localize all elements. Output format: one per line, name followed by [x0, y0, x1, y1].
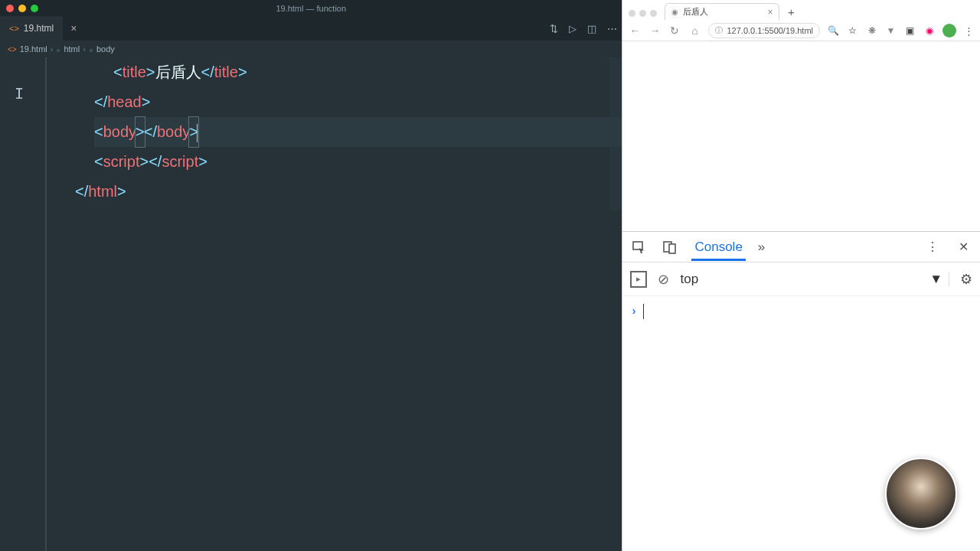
toggle-sidebar-icon[interactable]: ▸ — [630, 271, 647, 288]
page-viewport — [622, 41, 980, 231]
window-title: 19.html — function — [276, 4, 346, 13]
close-tab-icon[interactable]: × — [767, 7, 773, 18]
code-line[interactable]: </html> — [75, 177, 622, 207]
html-file-icon: <> — [9, 24, 19, 33]
code-line-active[interactable]: <body></body> — [94, 117, 622, 147]
svg-rect-2 — [669, 244, 675, 253]
forward-icon[interactable]: → — [648, 24, 661, 37]
devtools-tabbar: Console » ⋮ ✕ — [622, 232, 980, 262]
breadcrumb-body[interactable]: body — [96, 44, 115, 54]
console-settings-icon[interactable]: ⚙ — [960, 271, 972, 288]
back-icon[interactable]: ← — [629, 24, 641, 37]
maximize-window-icon[interactable] — [31, 5, 38, 12]
split-editor-icon[interactable]: ◫ — [587, 23, 596, 34]
source-control-icon[interactable]: ⇅ — [550, 23, 558, 34]
window-controls — [627, 10, 662, 20]
reload-icon[interactable]: ↻ — [668, 24, 681, 37]
browser-tabbar: ◉ 后盾人 × + — [622, 0, 980, 20]
zoom-icon[interactable]: 🔍 — [828, 25, 839, 37]
window-controls — [0, 5, 38, 12]
webcam-overlay — [885, 458, 957, 530]
file-icon: <> — [8, 45, 17, 54]
extension-icon[interactable]: ▼ — [885, 25, 897, 37]
dropdown-icon: ▼ — [929, 272, 942, 287]
input-cursor — [643, 304, 644, 319]
minimize-window-icon[interactable] — [18, 5, 26, 12]
editor-actions: ⇅ ▷ ◫ ⋯ — [550, 23, 617, 34]
editor-window: 19.html — function <> 19.html × ⇅ ▷ ◫ ⋯ … — [0, 0, 622, 551]
new-tab-button[interactable]: + — [782, 3, 799, 20]
globe-icon: ◉ — [671, 8, 678, 16]
bookmark-star-icon[interactable]: ☆ — [847, 25, 858, 37]
devtools-tab-console[interactable]: Console — [691, 233, 745, 261]
extension-icon[interactable]: ▣ — [904, 25, 916, 37]
more-tabs-icon[interactable]: » — [758, 240, 765, 255]
chevron-right-icon: › — [51, 44, 54, 54]
edit-cursor — [197, 124, 198, 142]
site-info-icon[interactable]: ⓘ — [715, 25, 723, 36]
tab-label: 19.html — [24, 23, 54, 34]
code-line[interactable]: </head> — [94, 87, 622, 117]
file-tab[interactable]: <> 19.html — [0, 16, 63, 41]
tag-icon: ⬦ — [89, 45, 93, 54]
prompt-icon: › — [632, 304, 635, 317]
clear-console-icon[interactable]: ⊘ — [658, 271, 669, 288]
inspect-element-icon[interactable] — [630, 238, 648, 256]
maximize-window-icon[interactable] — [650, 10, 657, 17]
browser-chrome: ◉ 后盾人 × + ← → ↻ ⌂ ⓘ 127.0.0.1:5500/19.ht… — [622, 0, 980, 41]
chevron-right-icon: › — [83, 44, 86, 54]
minimize-window-icon[interactable] — [639, 10, 646, 17]
menu-icon[interactable]: ⋮ — [964, 25, 974, 37]
indent-guide — [45, 57, 46, 551]
url-text: 127.0.0.1:5500/19.html — [727, 26, 813, 35]
browser-tab[interactable]: ◉ 后盾人 × — [665, 3, 779, 20]
code-editor[interactable]: I <title>后盾人</title> </head> <body></bod… — [46, 57, 622, 551]
editor-tabbar: <> 19.html × ⇅ ▷ ◫ ⋯ — [0, 16, 622, 41]
device-toggle-icon[interactable] — [661, 238, 679, 256]
browser-tab-title: 后盾人 — [683, 6, 708, 18]
breadcrumb[interactable]: <> 19.html › ⬦ html › ⬦ body — [0, 41, 622, 57]
address-bar[interactable]: ⓘ 127.0.0.1:5500/19.html — [708, 23, 820, 38]
browser-window: ◉ 后盾人 × + ← → ↻ ⌂ ⓘ 127.0.0.1:5500/19.ht… — [622, 0, 980, 551]
breadcrumb-file[interactable]: 19.html — [20, 44, 47, 54]
browser-toolbar: ← → ↻ ⌂ ⓘ 127.0.0.1:5500/19.html 🔍 ☆ ❋ ▼… — [622, 20, 980, 41]
more-actions-icon[interactable]: ⋯ — [607, 23, 617, 34]
profile-avatar[interactable] — [942, 24, 956, 37]
devtools-menu-icon[interactable]: ⋮ — [923, 238, 942, 256]
svg-rect-0 — [633, 242, 642, 249]
tag-icon: ⬦ — [56, 45, 60, 54]
titlebar: 19.html — function — [0, 0, 622, 16]
close-devtools-icon[interactable]: ✕ — [954, 238, 972, 256]
close-window-icon[interactable] — [6, 5, 14, 12]
context-selector[interactable]: top ▼ — [680, 272, 949, 287]
run-icon[interactable]: ▷ — [569, 23, 577, 34]
code-line[interactable]: <script></script> — [94, 147, 622, 177]
text-cursor-icon: I — [15, 79, 24, 109]
code-line[interactable]: <title>后盾人</title> — [94, 57, 622, 87]
close-tab-button[interactable]: × — [63, 16, 84, 41]
close-window-icon[interactable] — [629, 10, 635, 17]
extension-icon[interactable]: ❋ — [866, 25, 877, 37]
extension-icon[interactable]: ◉ — [923, 25, 935, 37]
breadcrumb-html[interactable]: html — [64, 44, 80, 54]
console-toolbar: ▸ ⊘ top ▼ ⚙ — [622, 262, 980, 296]
home-icon[interactable]: ⌂ — [688, 24, 701, 37]
extensions: 🔍 ☆ ❋ ▼ ▣ ◉ ⋮ — [828, 24, 974, 37]
context-label: top — [680, 272, 698, 287]
minimap[interactable] — [609, 57, 622, 210]
